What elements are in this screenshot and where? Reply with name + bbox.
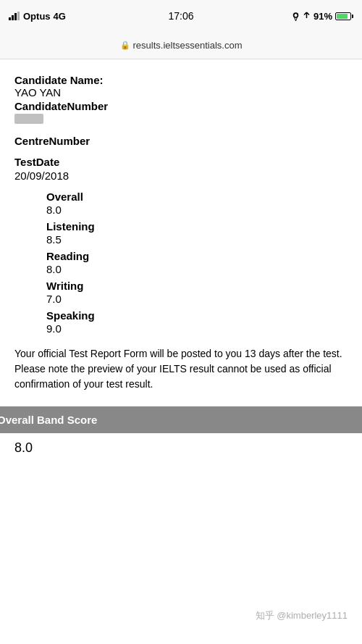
candidate-number-label: CandidateNumber xyxy=(14,100,348,112)
speaking-value: 9.0 xyxy=(46,322,348,335)
test-date-section: TestDate 20/09/2018 xyxy=(14,156,348,182)
svg-rect-0 xyxy=(9,17,11,20)
address-bar[interactable]: 🔒 results.ieltsessentials.com xyxy=(0,32,362,59)
listening-score-row: Listening 8.5 xyxy=(46,220,348,246)
svg-rect-1 xyxy=(12,15,14,20)
candidate-number-section: CandidateNumber xyxy=(14,100,348,135)
listening-value: 8.5 xyxy=(46,233,348,246)
writing-value: 7.0 xyxy=(46,293,348,305)
signal-icon xyxy=(9,12,20,20)
candidate-name-value: YAO YAN xyxy=(14,86,348,99)
reading-score-row: Reading 8.0 xyxy=(46,250,348,275)
overall-score-row: Overall 8.0 xyxy=(46,191,348,216)
band-score-header: Overall Band Score xyxy=(0,406,362,433)
overall-value: 8.0 xyxy=(46,204,348,216)
status-right: 91% xyxy=(292,11,353,22)
writing-score-row: Writing 7.0 xyxy=(46,280,348,305)
network-label: 4G xyxy=(54,11,66,22)
candidate-name-section: Candidate Name: YAO YAN xyxy=(14,74,348,99)
url-text: results.ieltsessentials.com xyxy=(133,40,243,51)
overall-label: Overall xyxy=(46,191,348,203)
lock-icon: 🔒 xyxy=(120,41,130,50)
svg-rect-2 xyxy=(14,13,17,20)
centre-number-label: CentreNumber xyxy=(14,135,348,147)
test-date-value: 20/09/2018 xyxy=(14,170,348,182)
reading-label: Reading xyxy=(46,250,348,262)
candidate-number-redacted xyxy=(14,114,43,124)
main-content: Candidate Name: YAO YAN CandidateNumber … xyxy=(0,59,362,477)
scores-section: Overall 8.0 Listening 8.5 Reading 8.0 Wr… xyxy=(14,191,348,335)
listening-label: Listening xyxy=(46,220,348,233)
speaking-score-row: Speaking 9.0 xyxy=(46,309,348,335)
speaking-label: Speaking xyxy=(46,309,348,322)
svg-rect-3 xyxy=(17,12,20,20)
battery-icon xyxy=(335,12,353,20)
share-icon xyxy=(303,12,311,20)
centre-number-section: CentreNumber xyxy=(14,135,348,147)
carrier-label: Optus xyxy=(23,11,51,22)
candidate-name-label: Candidate Name: xyxy=(14,74,348,86)
writing-label: Writing xyxy=(46,280,348,292)
status-bar: Optus 4G 17:06 91% xyxy=(0,0,362,32)
disclaimer-text: Your official Test Report Form will be p… xyxy=(14,346,348,392)
status-time: 17:06 xyxy=(168,10,193,22)
location-icon xyxy=(292,12,300,21)
watermark: 知乎 @kimberley1111 xyxy=(256,609,348,622)
test-date-label: TestDate xyxy=(14,156,348,168)
reading-value: 8.0 xyxy=(46,263,348,275)
battery-percent: 91% xyxy=(313,11,332,22)
carrier-info: Optus 4G xyxy=(9,11,66,22)
band-score-value: 8.0 xyxy=(14,433,348,456)
